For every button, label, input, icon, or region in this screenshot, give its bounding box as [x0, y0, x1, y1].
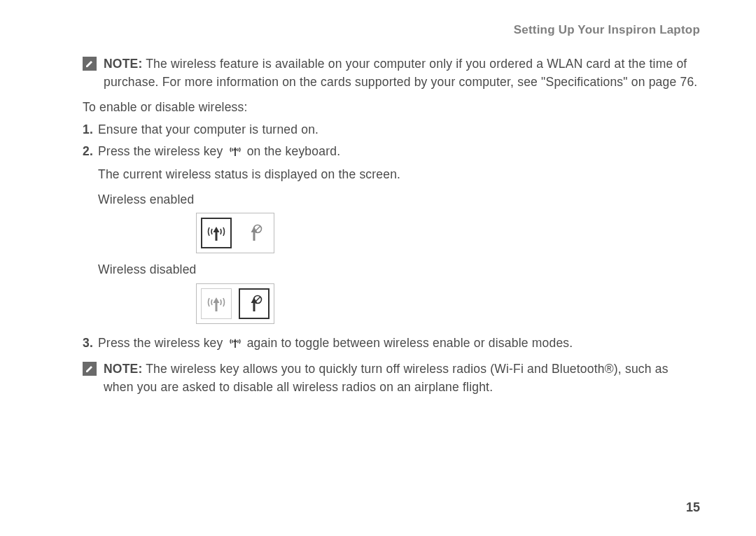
- pencil-note-icon: [83, 362, 97, 376]
- svg-rect-2: [216, 232, 218, 241]
- wireless-enabled-indicator: [196, 213, 274, 253]
- page-header: Setting Up Your Inspiron Laptop: [83, 21, 700, 39]
- note-1-text: NOTE: The wireless feature is available …: [104, 55, 700, 92]
- svg-marker-9: [214, 297, 220, 303]
- note-2-label: NOTE:: [104, 362, 142, 376]
- step-3: 3. Press the wireless key again to toggl…: [83, 334, 700, 354]
- note-2-body: The wireless key allows you to quickly t…: [104, 362, 668, 394]
- note-1: NOTE: The wireless feature is available …: [83, 55, 700, 92]
- svg-line-13: [255, 297, 260, 302]
- note-2: NOTE: The wireless key allows you to qui…: [83, 360, 700, 397]
- wireless-on-icon: [201, 218, 232, 248]
- step-2-num: 2.: [83, 142, 98, 331]
- step-2-text-b: on the keyboard.: [247, 144, 341, 158]
- step-3-num: 3.: [83, 334, 98, 354]
- step-2-text-a: Press the wireless key: [98, 144, 227, 158]
- step-1-text: Ensure that your computer is turned on.: [98, 120, 700, 139]
- wireless-key-icon: [228, 144, 242, 162]
- wireless-key-icon: [228, 336, 242, 354]
- pencil-note-icon: [83, 57, 97, 71]
- step-2-sub: The current wireless status is displayed…: [98, 165, 700, 183]
- page-number: 15: [686, 500, 700, 515]
- svg-rect-4: [253, 232, 255, 241]
- svg-marker-3: [214, 227, 220, 232]
- svg-line-7: [255, 226, 260, 232]
- svg-rect-0: [234, 150, 236, 156]
- step-3-text-b: again to toggle between wireless enable …: [247, 336, 573, 350]
- note-1-label: NOTE:: [104, 57, 142, 71]
- wireless-off-icon: [239, 288, 270, 319]
- instruction-line: To enable or disable wireless:: [83, 98, 700, 116]
- svg-rect-14: [234, 341, 236, 348]
- wireless-off-icon-dim: [239, 218, 270, 248]
- wireless-enabled-label: Wireless enabled: [98, 190, 700, 209]
- svg-rect-10: [253, 302, 255, 311]
- step-1: 1. Ensure that your computer is turned o…: [83, 120, 700, 139]
- step-2: 2. Press the wireless key on the keyboar…: [83, 142, 700, 331]
- step-3-text-a: Press the wireless key: [98, 336, 227, 350]
- svg-marker-1: [233, 147, 237, 150]
- note-1-body: The wireless feature is available on you…: [104, 57, 697, 89]
- wireless-disabled-label: Wireless disabled: [98, 260, 700, 278]
- wireless-on-icon-dim: [201, 288, 232, 319]
- step-1-num: 1.: [83, 120, 98, 139]
- note-2-text: NOTE: The wireless key allows you to qui…: [104, 360, 700, 397]
- wireless-disabled-indicator: [196, 283, 274, 324]
- svg-rect-8: [216, 302, 218, 311]
- svg-marker-15: [233, 339, 237, 342]
